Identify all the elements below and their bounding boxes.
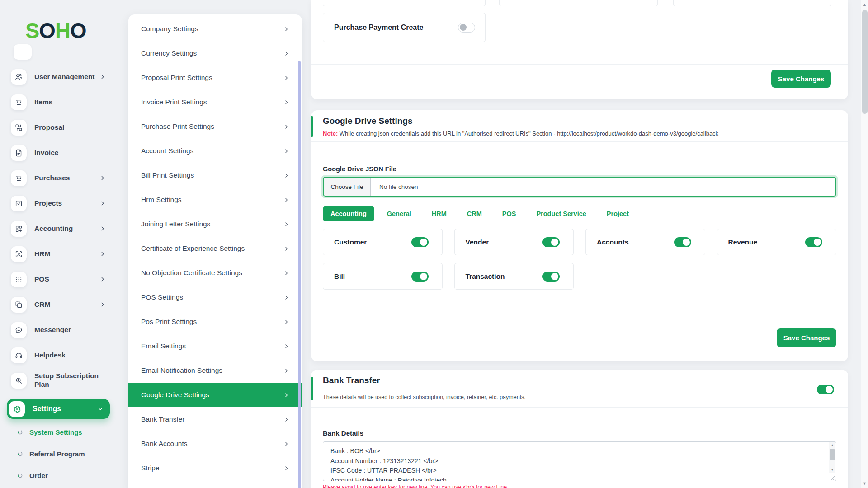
settings-menu-item-pos-print-settings[interactable]: Pos Print Settings bbox=[128, 310, 302, 334]
settings-menu-item-stripe[interactable]: Stripe bbox=[128, 456, 302, 480]
sidebar-item-user-management[interactable]: User Management bbox=[0, 64, 128, 89]
sidebar-item-messenger[interactable]: Messenger bbox=[0, 317, 128, 343]
settings-menu-item-account-settings[interactable]: Account Settings bbox=[128, 139, 302, 163]
chevron-right-icon bbox=[283, 124, 289, 130]
sidebar-item-pos[interactable]: POS bbox=[0, 267, 128, 292]
sidebar-item-setup-subscription-plan[interactable]: Setup Subscription Plan bbox=[0, 368, 128, 393]
settings-menu-item-label: Bill Print Settings bbox=[141, 171, 194, 179]
sidebar-item-accounting[interactable]: Accounting bbox=[0, 216, 128, 241]
settings-menu-item-pos-settings[interactable]: POS Settings bbox=[128, 285, 302, 310]
settings-menu-item-bank-accounts[interactable]: Bank Accounts bbox=[128, 432, 302, 456]
tab-crm[interactable]: CRM bbox=[459, 206, 490, 221]
tab-accounting[interactable]: Accounting bbox=[323, 206, 374, 221]
scroll-up-arrow[interactable]: ▲ bbox=[829, 443, 835, 448]
settings-menu-item-invoice-print-settings[interactable]: Invoice Print Settings bbox=[128, 90, 302, 114]
person-scan-icon bbox=[11, 246, 27, 262]
module-toggle-accounts[interactable] bbox=[674, 237, 691, 247]
users-icon bbox=[11, 69, 27, 85]
sidebar-item-proposal[interactable]: Proposal bbox=[0, 115, 128, 140]
settings-menu-item-joining-letter-settings[interactable]: Joining Letter Settings bbox=[128, 212, 302, 236]
settings-menu-item-company-settings[interactable]: Company Settings bbox=[128, 17, 302, 41]
scroll-down-arrow[interactable]: ▼ bbox=[829, 468, 835, 472]
sidebar-item-purchases[interactable]: Purchases bbox=[0, 165, 128, 191]
settings-menu-item-email-settings[interactable]: Email Settings bbox=[128, 334, 302, 358]
sidebar-item-items[interactable]: Items bbox=[0, 89, 128, 115]
module-toggle-customer[interactable] bbox=[411, 237, 429, 247]
chevron-right-icon bbox=[99, 276, 106, 282]
bank-details-textarea[interactable]: Bank : BOB </br> Account Number : 123132… bbox=[323, 442, 836, 481]
sidebar-item-hrm[interactable]: HRM bbox=[0, 241, 128, 267]
module-toggle-vender[interactable] bbox=[542, 237, 560, 247]
settings-menu-item-label: Account Settings bbox=[141, 147, 193, 155]
sidebar-item-crm[interactable]: CRM bbox=[0, 292, 128, 317]
sidebar-item-helpdesk[interactable]: Helpdesk bbox=[0, 343, 128, 368]
module-toggle-revenue[interactable] bbox=[805, 237, 822, 247]
sidebar-item-settings[interactable]: Settings bbox=[7, 399, 110, 419]
settings-menu-scrollbar[interactable] bbox=[298, 61, 301, 488]
tab-general[interactable]: General bbox=[379, 206, 419, 221]
module-toggle-bill[interactable] bbox=[411, 272, 429, 282]
brand-logo[interactable]: SOHO bbox=[25, 20, 86, 41]
settings-menu-item-paypal[interactable]: Paypal bbox=[128, 480, 302, 488]
sidebar-subitem-referral-program[interactable]: Referral Program bbox=[0, 443, 128, 465]
tab-pos[interactable]: POS bbox=[495, 206, 524, 221]
divider bbox=[311, 64, 848, 65]
module-toggle-transaction[interactable] bbox=[542, 272, 560, 282]
settings-menu-item-proposal-print-settings[interactable]: Proposal Print Settings bbox=[128, 66, 302, 90]
grid-plus-icon bbox=[11, 221, 27, 237]
bank-transfer-toggle[interactable] bbox=[817, 385, 834, 394]
chevron-right-icon bbox=[283, 270, 289, 276]
copy-icon bbox=[11, 297, 27, 313]
sidebar-item-projects[interactable]: Projects bbox=[0, 191, 128, 216]
settings-menu-item-purchase-print-settings[interactable]: Purchase Print Settings bbox=[128, 114, 302, 139]
gdrive-json-file-input[interactable]: Choose File No file chosen bbox=[323, 177, 836, 197]
sidebar-item-label: Invoice bbox=[34, 149, 58, 157]
settings-menu-item-label: Proposal Print Settings bbox=[141, 74, 212, 82]
tab-product-service[interactable]: Product Service bbox=[528, 206, 594, 221]
settings-menu-item-no-objection-certificate-settings[interactable]: No Objection Certificate Settings bbox=[128, 261, 302, 285]
scrolled-item-icon-box bbox=[14, 44, 32, 60]
choose-file-button[interactable]: Choose File bbox=[324, 178, 371, 196]
purchase-payment-create-toggle[interactable] bbox=[458, 23, 475, 33]
scroll-up-arrow[interactable]: ▲ bbox=[861, 2, 868, 7]
settings-menu-item-certificate-of-experience-settings[interactable]: Certificate of Experience Settings bbox=[128, 236, 302, 261]
sidebar-item-label: Items bbox=[34, 98, 53, 107]
textarea-scrollbar[interactable]: ▲ ▼ bbox=[829, 442, 835, 473]
save-changes-button[interactable]: Save Changes bbox=[771, 70, 831, 88]
bank-details-label: Bank Details bbox=[323, 429, 836, 437]
sidebar-subitem-order[interactable]: Order bbox=[0, 465, 128, 486]
sidebar-item-invoice[interactable]: Invoice bbox=[0, 140, 128, 165]
newline-warning-text: Pleave avoid to use enter key for new li… bbox=[323, 484, 836, 488]
sidebar-item-label: CRM bbox=[34, 300, 50, 309]
logo-letter: S bbox=[25, 20, 39, 41]
module-label: Customer bbox=[334, 238, 367, 246]
settings-menu-item-google-drive-settings[interactable]: Google Drive Settings bbox=[128, 383, 302, 407]
page-scrollbar[interactable]: ▲ ▼ bbox=[861, 0, 868, 488]
chevron-right-icon bbox=[283, 51, 289, 56]
sidebar-subitem-label: Referral Program bbox=[29, 450, 85, 458]
chevron-right-icon bbox=[283, 246, 289, 252]
tab-project[interactable]: Project bbox=[599, 206, 637, 221]
module-label: Bill bbox=[334, 272, 345, 281]
logo-letter: O bbox=[39, 20, 55, 41]
module-label: Transaction bbox=[466, 272, 505, 281]
settings-menu-item-label: POS Settings bbox=[141, 293, 183, 301]
settings-menu-item-currency-settings[interactable]: Currency Settings bbox=[128, 41, 302, 66]
chevron-right-icon bbox=[283, 295, 289, 300]
scrollbar-thumb[interactable] bbox=[830, 449, 835, 460]
tab-hrm[interactable]: HRM bbox=[424, 206, 454, 221]
chevron-right-icon bbox=[283, 465, 289, 471]
scroll-down-arrow[interactable]: ▼ bbox=[861, 481, 868, 486]
settings-menu-item-hrm-settings[interactable]: Hrm Settings bbox=[128, 188, 302, 212]
cutoff-setting-box bbox=[323, 0, 486, 6]
settings-menu-item-bank-transfer[interactable]: Bank Transfer bbox=[128, 407, 302, 432]
bank-transfer-card: Bank Transfer These details will be used… bbox=[311, 370, 848, 488]
chevron-right-icon bbox=[99, 74, 106, 80]
settings-menu-item-bill-print-settings[interactable]: Bill Print Settings bbox=[128, 163, 302, 188]
sidebar-subitem-system-settings[interactable]: System Settings bbox=[0, 421, 128, 443]
settings-menu-item-email-notification-settings[interactable]: Email Notification Settings bbox=[128, 358, 302, 383]
main-content: Purchase Payment Create Save Changes Goo… bbox=[311, 0, 848, 488]
scrollbar-thumb[interactable] bbox=[862, 10, 868, 114]
cart-icon bbox=[11, 170, 27, 186]
save-changes-button[interactable]: Save Changes bbox=[777, 328, 836, 347]
